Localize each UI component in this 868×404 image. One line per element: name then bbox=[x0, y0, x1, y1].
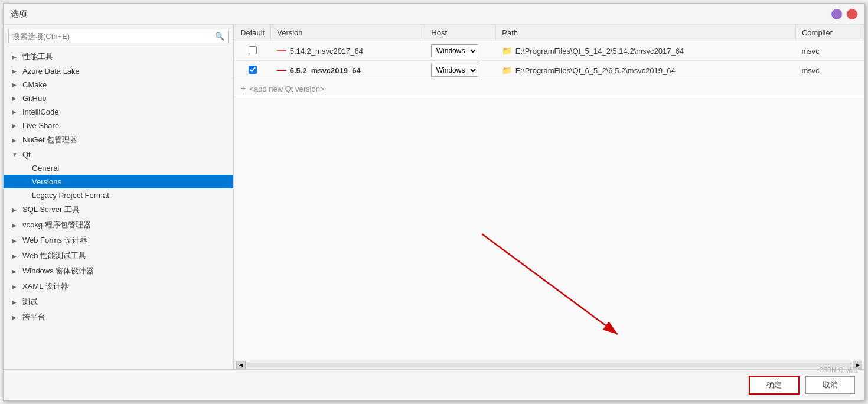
sidebar-item-qt-general[interactable]: General bbox=[4, 161, 233, 175]
col-default: Default bbox=[234, 25, 271, 41]
sidebar-arrow-sql-server: ▶ bbox=[12, 207, 20, 213]
sidebar-arrow-vcpkg: ▶ bbox=[12, 222, 20, 229]
version-dash-1: — bbox=[277, 65, 286, 75]
col-compiler: Compiler bbox=[795, 25, 864, 41]
sidebar-item-qt-versions[interactable]: Versions bbox=[4, 175, 233, 188]
sidebar-label-github: GitHub bbox=[22, 94, 46, 103]
folder-icon-1: 📁 bbox=[502, 66, 512, 75]
dialog-body: 🔍 ▶性能工具▶Azure Data Lake▶CMake▶GitHub▶Int… bbox=[4, 25, 864, 369]
default-checkbox-0[interactable] bbox=[249, 46, 257, 54]
sidebar-label-perf-tools: 性能工具 bbox=[22, 51, 53, 62]
sidebar-item-azure-data-lake[interactable]: ▶Azure Data Lake bbox=[4, 64, 233, 78]
sidebar-item-windows-designer[interactable]: ▶Windows 窗体设计器 bbox=[4, 263, 233, 279]
sidebar-arrow-qt: ▼ bbox=[12, 151, 20, 158]
sidebar: 🔍 ▶性能工具▶Azure Data Lake▶CMake▶GitHub▶Int… bbox=[4, 25, 234, 369]
sidebar-label-sql-server: SQL Server 工具 bbox=[22, 204, 80, 215]
sidebar-label-qt: Qt bbox=[22, 150, 31, 159]
horizontal-scrollbar[interactable]: ◀ ▶ bbox=[234, 360, 864, 369]
sidebar-label-qt-versions: Versions bbox=[32, 177, 61, 186]
sidebar-item-perf-tools[interactable]: ▶性能工具 bbox=[4, 49, 233, 64]
content-area: Default Version Host Path Compiler —5.14… bbox=[234, 25, 864, 369]
path-text-0: E:\ProgramFiles\Qt_5_14_2\5.14.2\msvc201… bbox=[515, 47, 684, 56]
sidebar-label-qt-general: General bbox=[32, 164, 59, 172]
compiler-label-1: msvc bbox=[795, 61, 864, 80]
sidebar-label-xaml: XAML 设计器 bbox=[22, 281, 68, 292]
sidebar-item-intellicode[interactable]: ▶IntelliCode bbox=[4, 105, 233, 119]
version-label-0: 5.14.2_msvc2017_64 bbox=[290, 47, 363, 56]
version-label-1: 6.5.2_msvc2019_64 bbox=[290, 66, 361, 75]
sidebar-item-live-share[interactable]: ▶Live Share bbox=[4, 119, 233, 132]
window-controls bbox=[831, 9, 857, 19]
scroll-track[interactable] bbox=[247, 363, 851, 367]
sidebar-arrow-live-share: ▶ bbox=[12, 122, 20, 129]
path-text-1: E:\ProgramFiles\Qt_6_5_2\6.5.2\msvc2019_… bbox=[515, 66, 676, 75]
dialog-title: 选项 bbox=[11, 9, 27, 19]
sidebar-label-live-share: Live Share bbox=[22, 121, 59, 130]
versions-table: Default Version Host Path Compiler —5.14… bbox=[234, 25, 864, 97]
sidebar-item-xaml[interactable]: ▶XAML 设计器 bbox=[4, 279, 233, 294]
sidebar-arrow-cmake: ▶ bbox=[12, 82, 20, 88]
scroll-left-arrow[interactable]: ◀ bbox=[236, 361, 246, 369]
sidebar-arrow-nuget: ▶ bbox=[12, 137, 20, 144]
version-dash-0: — bbox=[277, 45, 286, 56]
sidebar-arrow-intellicode: ▶ bbox=[12, 109, 20, 115]
sidebar-arrow-github: ▶ bbox=[12, 95, 20, 102]
sidebar-arrow-web-perf: ▶ bbox=[12, 253, 20, 259]
table-row: —5.14.2_msvc2017_64Windows📁E:\ProgramFil… bbox=[234, 41, 864, 61]
search-box[interactable]: 🔍 bbox=[8, 30, 229, 43]
sidebar-label-qt-legacy: Legacy Project Format bbox=[32, 191, 109, 200]
minimize-button[interactable] bbox=[831, 9, 842, 19]
ok-button[interactable]: 确定 bbox=[749, 376, 800, 395]
add-version-label: <add new Qt version> bbox=[249, 84, 324, 93]
sidebar-item-qt[interactable]: ▼Qt bbox=[4, 148, 233, 161]
sidebar-item-vcpkg[interactable]: ▶vcpkg 程序包管理器 bbox=[4, 217, 233, 233]
sidebar-item-cmake[interactable]: ▶CMake bbox=[4, 78, 233, 92]
table-header-row: Default Version Host Path Compiler bbox=[234, 25, 864, 41]
default-checkbox-1[interactable] bbox=[249, 66, 257, 74]
folder-icon-0: 📁 bbox=[502, 46, 512, 56]
sidebar-label-nuget: NuGet 包管理器 bbox=[22, 135, 77, 145]
sidebar-label-cross-platform: 跨平台 bbox=[22, 312, 45, 322]
sidebar-item-cross-platform[interactable]: ▶跨平台 bbox=[4, 309, 233, 325]
options-dialog: 选项 🔍 ▶性能工具▶Azure Data Lake▶CMake▶GitHub▶… bbox=[3, 3, 865, 401]
sidebar-label-cmake: CMake bbox=[22, 80, 47, 89]
cancel-button[interactable]: 取消 bbox=[805, 376, 855, 394]
host-select-0[interactable]: Windows bbox=[431, 44, 478, 57]
sidebar-arrow-xaml: ▶ bbox=[12, 284, 20, 290]
bottom-bar: 确定 取消 bbox=[4, 369, 864, 400]
watermark: CSDN @_清豆° bbox=[819, 366, 861, 374]
sidebar-label-vcpkg: vcpkg 程序包管理器 bbox=[22, 220, 91, 230]
table-row: —6.5.2_msvc2019_64Windows📁E:\ProgramFile… bbox=[234, 61, 864, 80]
versions-table-area: Default Version Host Path Compiler —5.14… bbox=[234, 25, 864, 360]
add-version-row[interactable]: +<add new Qt version> bbox=[234, 80, 864, 97]
sidebar-arrow-perf-tools: ▶ bbox=[12, 54, 20, 60]
sidebar-label-test: 测试 bbox=[22, 297, 38, 307]
sidebar-item-github[interactable]: ▶GitHub bbox=[4, 92, 233, 105]
sidebar-item-qt-legacy[interactable]: Legacy Project Format bbox=[4, 188, 233, 202]
sidebar-label-azure-data-lake: Azure Data Lake bbox=[22, 67, 80, 76]
col-version: Version bbox=[271, 25, 425, 41]
sidebar-arrow-windows-designer: ▶ bbox=[12, 268, 20, 275]
search-icon: 🔍 bbox=[215, 32, 224, 41]
sidebar-label-web-perf: Web 性能测试工具 bbox=[22, 250, 86, 261]
sidebar-label-windows-designer: Windows 窗体设计器 bbox=[22, 266, 94, 276]
sidebar-arrow-test: ▶ bbox=[12, 299, 20, 305]
add-icon: + bbox=[240, 83, 246, 93]
sidebar-arrow-web-forms: ▶ bbox=[12, 237, 20, 244]
compiler-label-0: msvc bbox=[795, 41, 864, 61]
sidebar-arrow-azure-data-lake: ▶ bbox=[12, 68, 20, 74]
host-select-1[interactable]: Windows bbox=[431, 64, 478, 77]
sidebar-item-sql-server[interactable]: ▶SQL Server 工具 bbox=[4, 202, 233, 217]
sidebar-item-web-forms[interactable]: ▶Web Forms 设计器 bbox=[4, 233, 233, 248]
search-input[interactable] bbox=[12, 32, 215, 41]
close-button[interactable] bbox=[847, 9, 857, 19]
col-path: Path bbox=[496, 25, 796, 41]
title-bar: 选项 bbox=[4, 4, 864, 25]
sidebar-list: ▶性能工具▶Azure Data Lake▶CMake▶GitHub▶Intel… bbox=[4, 48, 233, 369]
sidebar-label-intellicode: IntelliCode bbox=[22, 107, 58, 116]
sidebar-item-nuget[interactable]: ▶NuGet 包管理器 bbox=[4, 132, 233, 148]
sidebar-item-test[interactable]: ▶测试 bbox=[4, 294, 233, 309]
sidebar-arrow-cross-platform: ▶ bbox=[12, 314, 20, 321]
sidebar-item-web-perf[interactable]: ▶Web 性能测试工具 bbox=[4, 248, 233, 263]
sidebar-label-web-forms: Web Forms 设计器 bbox=[22, 235, 87, 246]
